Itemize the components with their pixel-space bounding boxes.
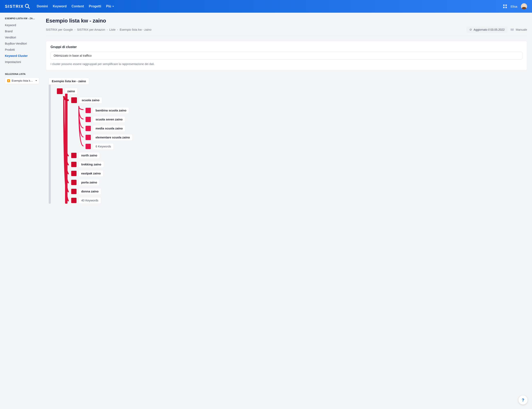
sidebar-select-head: SELEZIONA LISTA xyxy=(5,73,41,75)
nav-progetti[interactable]: Progetti xyxy=(89,4,101,8)
tree-node-more[interactable]: 6 Keywords xyxy=(86,143,527,150)
tree-node-label: north zaino xyxy=(79,152,100,159)
amazon-icon: a xyxy=(7,79,10,82)
chevron-down-icon xyxy=(35,80,37,81)
chevron-right-icon: › xyxy=(117,28,118,31)
nav-more[interactable]: Più xyxy=(106,4,114,8)
topbar: SISTRIX Domini Keyword Content Progetti … xyxy=(0,0,532,13)
tree-node[interactable]: north zaino xyxy=(71,152,527,159)
tree-node-label: media scuola zaino xyxy=(93,125,125,132)
tree-node-label: elementare scuola zaino xyxy=(93,134,133,141)
svg-rect-4 xyxy=(503,7,504,8)
chevron-right-icon: › xyxy=(75,28,75,31)
tree-node-label: eastpak zaino xyxy=(79,170,103,177)
nav-content[interactable]: Content xyxy=(72,4,84,8)
manual-link[interactable]: Manuale xyxy=(510,28,527,31)
title-actions: Aggiornato il 03.05.2022 Manuale xyxy=(466,26,527,33)
tree-node[interactable]: bambina scuola zaino xyxy=(86,107,527,114)
cluster-card: Gruppi di cluster Ottimizzato in base al… xyxy=(46,41,527,70)
brand-text: SISTRIX xyxy=(5,4,24,9)
connector-icon xyxy=(64,99,72,201)
title-row: SISTRIX per Google › SISTRIX per Amazon … xyxy=(46,26,527,36)
sidebar-item-cluster[interactable]: Keyword Cluster xyxy=(5,53,41,59)
crumb-1[interactable]: SISTRIX per Amazon xyxy=(77,28,105,31)
tree-node[interactable]: porta zaino xyxy=(71,179,527,186)
tree-trunk-grey xyxy=(49,85,51,204)
scuola-children: bambina scuola zaino scuola seven zaino … xyxy=(86,106,527,150)
apps-icon[interactable] xyxy=(503,4,507,8)
list-select[interactable]: a Esempio lista kw… xyxy=(5,77,39,84)
sidebar-item-prodotti[interactable]: Prodotti xyxy=(5,47,41,53)
tree-node-label: 40 Keywords xyxy=(79,197,101,204)
nav-keyword[interactable]: Keyword xyxy=(53,4,67,8)
crumb-3[interactable]: Esempio lista kw - zaino xyxy=(120,28,152,31)
topbar-right: Elisa xyxy=(503,3,527,9)
svg-rect-3 xyxy=(505,4,507,6)
refresh-icon xyxy=(469,28,472,31)
connector-icon xyxy=(78,106,86,147)
tree-node-label: porta zaino xyxy=(79,179,100,186)
nav-more-label: Più xyxy=(106,4,111,8)
manual-text: Manuale xyxy=(516,28,527,31)
tree-node[interactable]: trekking zaino xyxy=(71,161,527,168)
tree-node-label: trekking zaino xyxy=(79,161,104,168)
crumb-2[interactable]: Liste xyxy=(109,28,116,31)
sidebar-item-buybox[interactable]: BuyBox-Venditori xyxy=(5,40,41,47)
svg-rect-5 xyxy=(505,7,507,8)
svg-line-1 xyxy=(28,7,29,9)
tree-node-more[interactable]: 40 Keywords xyxy=(71,197,527,204)
page-title: Esempio lista kw - zaino xyxy=(46,18,527,24)
main: Esempio lista kw - zaino SISTRIX per Goo… xyxy=(41,13,532,214)
updated-text: Aggiornato il 03.05.2022 xyxy=(474,28,505,31)
book-icon xyxy=(510,28,514,31)
tree-node-label: scuola seven zaino xyxy=(93,116,125,123)
tree-node[interactable]: elementare scuola zaino xyxy=(86,134,527,141)
nav-domini[interactable]: Domini xyxy=(37,4,48,8)
cluster-group-select[interactable]: Ottimizzato in base al traffico xyxy=(50,52,522,59)
tree-node[interactable]: media scuola zaino xyxy=(86,125,527,132)
list-select-label: Esempio lista kw… xyxy=(12,79,34,82)
tree-node-label: bambina scuola zaino xyxy=(93,107,129,114)
tree-root[interactable]: Esempio lista kw - zaino xyxy=(49,78,89,85)
sidebar-item-venditori[interactable]: Venditori xyxy=(5,34,41,40)
breadcrumb: SISTRIX per Google › SISTRIX per Amazon … xyxy=(46,28,152,31)
sidebar: ESEMPIO LISTA KW - ZA… Keyword Brand Ven… xyxy=(0,13,41,214)
card-help: I cluster possono essere raggruppati per… xyxy=(50,62,522,66)
cluster-tree: Esempio lista kw - zaino zaino xyxy=(46,78,527,204)
svg-rect-2 xyxy=(503,4,504,6)
card-title: Gruppi di cluster xyxy=(50,45,522,49)
sidebar-title: ESEMPIO LISTA KW - ZA… xyxy=(5,17,41,20)
tree-node[interactable]: eastpak zaino xyxy=(71,170,527,177)
top-nav: Domini Keyword Content Progetti Più xyxy=(37,4,114,8)
tree-node-label: 6 Keywords xyxy=(93,143,114,150)
tree-node-label: donna zaino xyxy=(79,188,101,195)
crumb-0[interactable]: SISTRIX per Google xyxy=(46,28,73,31)
cluster-square-icon xyxy=(57,88,63,94)
tree-node[interactable]: scuola seven zaino xyxy=(86,116,527,123)
sidebar-item-keyword[interactable]: Keyword xyxy=(5,22,41,28)
updated-pill[interactable]: Aggiornato il 03.05.2022 xyxy=(466,26,508,33)
chevron-right-icon: › xyxy=(107,28,108,31)
tree-node-scuola[interactable]: scuola zaino xyxy=(71,97,527,103)
tree-node-zaino[interactable]: zaino xyxy=(57,88,527,94)
avatar[interactable] xyxy=(521,3,527,9)
sidebar-item-impostazioni[interactable]: Impostazioni xyxy=(5,59,41,65)
chevron-down-icon xyxy=(112,6,114,7)
cluster-square-icon xyxy=(71,97,77,103)
user-name[interactable]: Elisa xyxy=(511,5,517,8)
tree-node-label: scuola zaino xyxy=(79,97,102,103)
search-icon xyxy=(25,3,30,9)
brand-logo[interactable]: SISTRIX xyxy=(5,3,30,9)
tree-node[interactable]: donna zaino xyxy=(71,188,527,195)
sidebar-item-brand[interactable]: Brand xyxy=(5,28,41,34)
